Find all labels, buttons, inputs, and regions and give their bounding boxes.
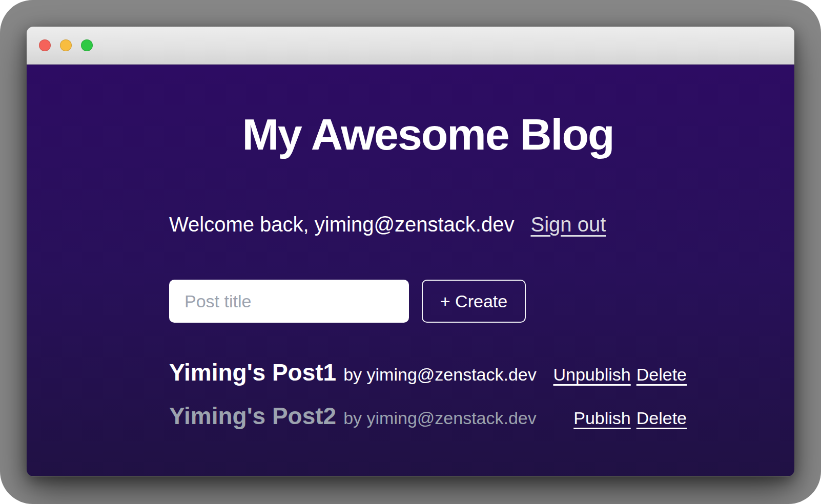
app-window: My Awesome Blog Welcome back, yiming@zen…: [27, 27, 794, 476]
post-actions: Unpublish Delete: [553, 365, 687, 385]
sign-out-link[interactable]: Sign out: [530, 212, 606, 237]
create-post-button[interactable]: + Create: [422, 280, 526, 323]
post-title-input[interactable]: [169, 280, 409, 323]
post-title: Yiming's Post1: [169, 359, 336, 387]
page-title: My Awesome Blog: [169, 110, 687, 159]
screenshot-stage: My Awesome Blog Welcome back, yiming@zen…: [0, 0, 821, 504]
close-window-button[interactable]: [39, 39, 51, 51]
post-title: Yiming's Post2: [169, 402, 336, 430]
post-list: Yiming's Post1 by yiming@zenstack.dev Un…: [169, 359, 687, 430]
create-post-form: + Create: [169, 280, 687, 323]
delete-link[interactable]: Delete: [637, 408, 687, 428]
unpublish-link[interactable]: Unpublish: [553, 365, 631, 385]
post-author: by yiming@zenstack.dev: [343, 408, 537, 428]
zoom-window-button[interactable]: [81, 39, 93, 51]
window-titlebar: [27, 27, 794, 65]
welcome-row: Welcome back, yiming@zenstack.dev Sign o…: [169, 212, 687, 237]
content-column: My Awesome Blog Welcome back, yiming@zen…: [169, 110, 687, 430]
welcome-text: Welcome back, yiming@zenstack.dev: [169, 212, 514, 237]
app-body: My Awesome Blog Welcome back, yiming@zen…: [27, 65, 794, 476]
publish-link[interactable]: Publish: [573, 408, 631, 428]
post-actions: Publish Delete: [573, 408, 687, 428]
minimize-window-button[interactable]: [60, 39, 72, 51]
post-author: by yiming@zenstack.dev: [343, 365, 537, 385]
gray-backdrop: My Awesome Blog Welcome back, yiming@zen…: [0, 0, 821, 504]
post-row: Yiming's Post1 by yiming@zenstack.dev Un…: [169, 359, 687, 387]
post-row: Yiming's Post2 by yiming@zenstack.dev Pu…: [169, 402, 687, 430]
delete-link[interactable]: Delete: [637, 365, 687, 385]
